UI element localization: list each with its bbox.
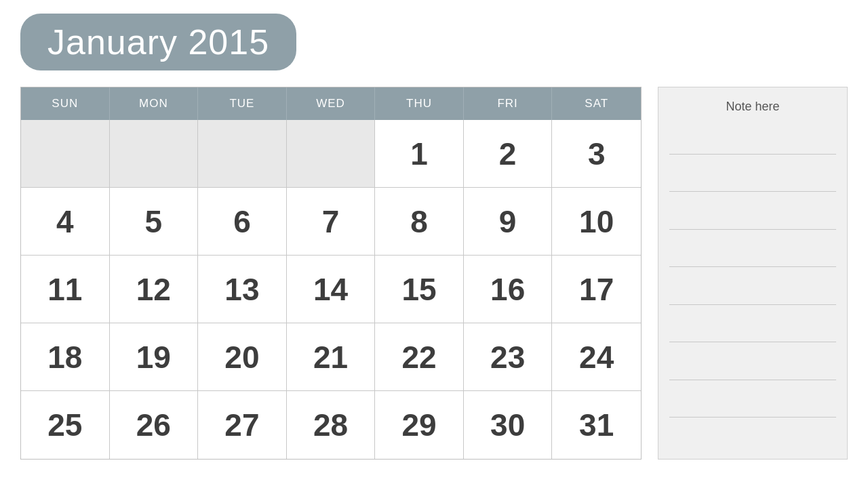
note-line [669, 229, 836, 230]
calendar: SUNMONTUEWEDTHUFRISAT 123456789101112131… [20, 87, 642, 460]
day-of-week-header: SUN [21, 87, 110, 120]
calendar-day-cell[interactable]: 3 [552, 120, 641, 188]
calendar-day-cell[interactable]: 4 [21, 188, 110, 256]
month-title-badge: January 2015 [20, 14, 296, 70]
day-of-week-header: SAT [552, 87, 641, 120]
main-content: SUNMONTUEWEDTHUFRISAT 123456789101112131… [20, 87, 848, 460]
calendar-day-cell[interactable]: 25 [21, 391, 110, 459]
calendar-day-cell[interactable]: 18 [21, 323, 110, 391]
note-line [669, 154, 836, 155]
calendar-day-cell[interactable]: 8 [375, 188, 464, 256]
calendar-day-cell[interactable]: 19 [110, 323, 199, 391]
calendar-day-cell[interactable]: 7 [287, 188, 376, 256]
note-line [669, 266, 836, 267]
note-line [669, 417, 836, 418]
calendar-day-cell[interactable]: 1 [375, 120, 464, 188]
note-line [669, 304, 836, 305]
calendar-day-cell [198, 120, 287, 188]
calendar-day-cell[interactable]: 21 [287, 323, 376, 391]
calendar-day-cell[interactable]: 2 [464, 120, 553, 188]
calendar-day-cell[interactable]: 15 [375, 256, 464, 323]
calendar-day-cell[interactable]: 9 [464, 188, 553, 256]
calendar-day-cell[interactable]: 16 [464, 256, 553, 323]
calendar-day-cell[interactable]: 13 [198, 256, 287, 323]
day-of-week-header: TUE [198, 87, 287, 120]
calendar-day-cell[interactable]: 12 [110, 256, 199, 323]
calendar-day-cell[interactable]: 29 [375, 391, 464, 459]
calendar-day-cell [21, 120, 110, 188]
note-line [669, 380, 836, 380]
calendar-day-cell[interactable]: 31 [552, 391, 641, 459]
note-title: Note here [658, 87, 847, 123]
calendar-day-cell[interactable]: 30 [464, 391, 553, 459]
calendar-day-cell [287, 120, 376, 188]
calendar-day-cell[interactable]: 28 [287, 391, 376, 459]
calendar-body: 1234567891011121314151617181920212223242… [21, 120, 641, 459]
day-of-week-header: WED [287, 87, 376, 120]
calendar-day-cell[interactable]: 26 [110, 391, 199, 459]
note-lines [658, 123, 847, 459]
month-title: January 2015 [47, 22, 269, 62]
calendar-day-cell[interactable]: 6 [198, 188, 287, 256]
calendar-day-cell [110, 120, 199, 188]
calendar-day-cell[interactable]: 23 [464, 323, 553, 391]
calendar-day-cell[interactable]: 24 [552, 323, 641, 391]
day-of-week-header: FRI [464, 87, 553, 120]
calendar-header: SUNMONTUEWEDTHUFRISAT [21, 87, 641, 120]
note-panel: Note here [658, 87, 848, 460]
calendar-day-cell[interactable]: 27 [198, 391, 287, 459]
calendar-day-cell[interactable]: 20 [198, 323, 287, 391]
note-line [669, 342, 836, 342]
calendar-day-cell[interactable]: 14 [287, 256, 376, 323]
calendar-day-cell[interactable]: 22 [375, 323, 464, 391]
calendar-day-cell[interactable]: 10 [552, 188, 641, 256]
calendar-day-cell[interactable]: 11 [21, 256, 110, 323]
calendar-day-cell[interactable]: 5 [110, 188, 199, 256]
note-line [669, 191, 836, 192]
day-of-week-header: THU [375, 87, 464, 120]
calendar-day-cell[interactable]: 17 [552, 256, 641, 323]
day-of-week-header: MON [110, 87, 199, 120]
